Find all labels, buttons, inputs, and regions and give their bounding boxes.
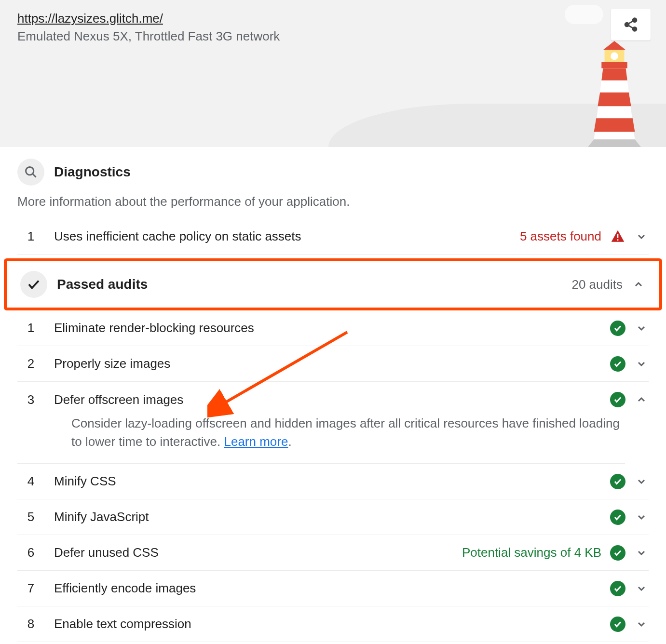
page-url-link[interactable]: https://lazysizes.glitch.me/	[17, 11, 163, 26]
pass-icon	[610, 474, 625, 489]
diagnostics-title: Diagnostics	[54, 164, 131, 180]
svg-point-14	[26, 167, 34, 175]
audit-badge: Potential savings of 4 KB	[462, 545, 601, 560]
svg-point-2	[633, 27, 637, 31]
passed-audit-item[interactable]: 2 Properly size images	[17, 346, 649, 382]
audit-number: 6	[17, 545, 44, 560]
lighthouse-illustration	[578, 41, 651, 147]
emulation-info: Emulated Nexus 5X, Throttled Fast 3G net…	[17, 29, 649, 44]
audit-detail-text: Consider lazy-loading offscreen and hidd…	[71, 416, 620, 449]
passed-audits-list: 1 Eliminate render-blocking resources 2 …	[0, 310, 666, 644]
svg-line-15	[33, 174, 36, 177]
chevron-down-icon	[634, 357, 649, 371]
passed-audits-highlight: Passed audits 20 audits	[4, 258, 662, 310]
diagnostic-item[interactable]: 1 Uses inefficient cache policy on stati…	[17, 219, 649, 255]
report-header: https://lazysizes.glitch.me/ Emulated Ne…	[0, 0, 666, 147]
diagnostics-header: Diagnostics	[17, 159, 649, 186]
chevron-up-icon	[634, 392, 649, 407]
audit-title: Efficiently encode images	[44, 581, 610, 596]
passed-audit-item[interactable]: 4 Minify CSS	[17, 464, 649, 499]
chevron-down-icon	[634, 321, 649, 335]
passed-audit-item[interactable]: 6 Defer unused CSS Potential savings of …	[17, 535, 649, 571]
audit-number: 7	[17, 581, 44, 596]
passed-audit-item[interactable]: 1 Eliminate render-blocking resources	[17, 310, 649, 346]
audit-title: Defer unused CSS	[44, 545, 462, 560]
audit-title: Minify CSS	[44, 474, 610, 489]
passed-audits-title: Passed audits	[47, 277, 571, 292]
audit-title: Uses inefficient cache policy on static …	[44, 229, 520, 244]
svg-rect-8	[601, 62, 627, 68]
pass-icon	[610, 545, 625, 561]
warning-icon	[610, 229, 625, 244]
passed-audits-toggle[interactable]: Passed audits 20 audits	[7, 261, 659, 308]
audit-detail: Consider lazy-loading offscreen and hidd…	[17, 415, 625, 464]
svg-rect-17	[617, 239, 619, 241]
chevron-down-icon	[634, 229, 649, 244]
chevron-up-icon	[631, 277, 646, 292]
svg-point-7	[611, 53, 618, 60]
audit-number: 5	[17, 510, 44, 524]
pass-icon	[610, 321, 625, 336]
audit-number: 3	[17, 392, 44, 407]
svg-point-0	[633, 18, 637, 22]
svg-marker-13	[588, 139, 641, 147]
passed-audit-item[interactable]: 8 Enable text compression	[17, 606, 649, 642]
audit-number: 1	[17, 229, 44, 244]
audit-number: 8	[17, 617, 44, 631]
chevron-down-icon	[634, 474, 649, 489]
svg-rect-16	[617, 234, 619, 238]
share-icon	[623, 17, 639, 32]
svg-line-4	[628, 26, 633, 28]
chevron-down-icon	[634, 617, 649, 631]
svg-marker-12	[594, 118, 635, 132]
audit-badge: 5 assets found	[520, 229, 601, 244]
pass-icon	[610, 581, 625, 596]
pass-icon	[610, 392, 625, 407]
audit-title: Enable text compression	[44, 617, 610, 631]
pass-icon	[610, 510, 625, 525]
audit-title: Properly size images	[44, 356, 610, 371]
passed-audit-item[interactable]: 9 Avoid multiple, costly round trips to …	[17, 642, 649, 644]
svg-marker-10	[601, 68, 627, 80]
passed-audit-item[interactable]: 5 Minify JavaScript	[17, 499, 649, 535]
audit-number: 1	[17, 321, 44, 335]
audit-title: Defer offscreen images	[44, 392, 610, 407]
diagnostics-section: Diagnostics More information about the p…	[0, 147, 666, 255]
svg-line-3	[628, 21, 633, 24]
audit-number: 2	[17, 356, 44, 371]
cloud-decoration	[565, 5, 603, 24]
check-icon	[20, 271, 47, 298]
svg-marker-11	[598, 93, 631, 106]
audit-title: Eliminate render-blocking resources	[44, 321, 610, 335]
chevron-down-icon	[634, 546, 649, 560]
passed-audit-item[interactable]: 7 Efficiently encode images	[17, 571, 649, 606]
diagnostics-description: More information about the performance o…	[17, 194, 649, 209]
passed-audits-count: 20 audits	[571, 277, 623, 292]
search-icon	[17, 159, 44, 186]
pass-icon	[610, 356, 625, 372]
passed-audit-item[interactable]: 3 Defer offscreen images	[17, 382, 649, 417]
share-button[interactable]	[611, 9, 651, 40]
svg-point-1	[625, 23, 629, 27]
audit-title: Minify JavaScript	[44, 510, 610, 524]
audit-number: 4	[17, 474, 44, 489]
chevron-down-icon	[634, 581, 649, 596]
learn-more-link[interactable]: Learn more	[224, 434, 288, 449]
svg-marker-5	[603, 41, 625, 50]
pass-icon	[610, 617, 625, 632]
chevron-down-icon	[634, 510, 649, 524]
